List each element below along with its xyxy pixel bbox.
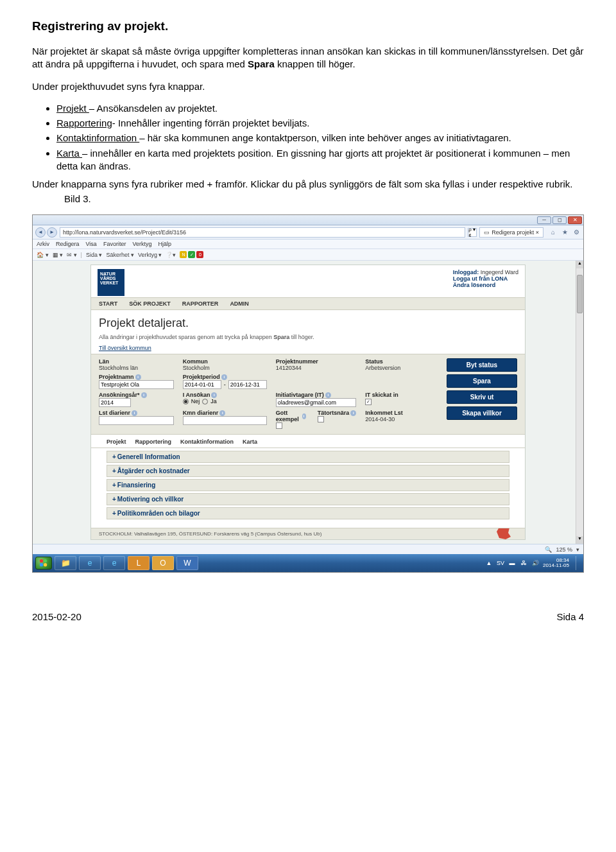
zoom-icon[interactable]: 🔍 [545,546,552,553]
project-detail-band: LänStockholms län KommunStockholm Projek… [91,354,525,435]
minimize-button[interactable]: ─ [537,216,551,224]
kmn-diarienr-input[interactable] [183,416,267,425]
norton-badge[interactable]: N✓0 [180,251,203,258]
skapa-villkor-button[interactable]: Skapa villkor [447,406,517,420]
app-page: NATUR VÅRDS VERKET Inloggad: Ingegerd Wa… [90,265,526,540]
help-icon[interactable]: ❔▾ [166,252,176,258]
logout-link[interactable]: Logga ut från LONA [453,275,518,282]
tools-menu[interactable]: Verktyg ▾ [138,252,162,258]
windows-taskbar: 📁 e e L O W ▲ SV ▬ 🖧 🔊 08:34 2014-11-05 [33,554,583,572]
nav-start[interactable]: START [99,300,117,307]
status-bar: 🔍 125 % ▾ [33,544,583,554]
period-end-input[interactable] [228,380,267,389]
footer-date: 2015-02-20 [32,611,81,622]
tab-kontaktinformation[interactable]: Kontaktinformation [180,439,234,448]
url-input[interactable]: http://lona.naturvardsverket.se/Project/… [60,227,465,238]
refresh-button[interactable]: ρ ▾ ¢ [468,228,477,237]
page-menu[interactable]: Sida ▾ [86,252,103,258]
acc-generell[interactable]: +Generell Information [107,451,509,463]
tray-up-icon[interactable]: ▲ [485,559,493,567]
taskbar-ie-icon-2[interactable]: e [103,556,125,570]
nav-sok-projekt[interactable]: SÖK PROJEKT [129,300,171,307]
safety-menu[interactable]: Säkerhet ▾ [106,252,134,258]
tray-lang[interactable]: SV [497,559,504,567]
taskbar-explorer-icon[interactable]: 📁 [55,556,76,570]
tab-projekt[interactable]: Projekt [107,439,126,448]
home-icon[interactable]: ⌂ [549,228,558,237]
mail-icon[interactable]: ✉ ▾ [67,252,77,258]
menu-arkiv[interactable]: Arkiv [37,241,49,247]
nav-admin[interactable]: ADMIN [230,300,249,307]
it-skickat-checkbox[interactable]: ✓ [365,399,372,405]
back-link[interactable]: Till översikt kommun [99,345,151,351]
acc-motivering[interactable]: +Motivering och villkor [107,493,509,505]
section-title: Projekt detaljerat. [99,317,517,330]
accordion: +Generell Information +Åtgärder och kost… [91,448,525,528]
start-button[interactable] [35,557,52,569]
taskbar-ie-icon[interactable]: e [79,556,101,570]
home-icon[interactable]: 🏠 ▾ [37,252,49,258]
menu-verktyg[interactable]: Verktyg [132,241,151,247]
taskbar-outlook-icon[interactable]: O [152,556,174,570]
spara-button[interactable]: Spara [447,374,517,388]
acc-politik[interactable]: +Politikområden och bilagor [107,507,509,519]
figure-caption: Bild 3. [32,193,584,204]
zoom-level[interactable]: 125 % [556,546,572,553]
menu-hjalp[interactable]: Hjälp [158,241,171,247]
login-info: Inloggad: Ingegerd Ward Logga ut från LO… [453,269,518,296]
browser-tab[interactable]: ▭ Redigera projekt × [479,227,543,238]
footer-page: Sida 4 [556,611,584,622]
close-button[interactable]: ✕ [568,216,582,224]
byt-status-button[interactable]: Byt status [447,358,517,372]
favorites-icon[interactable]: ★ [560,228,569,237]
sweden-map-icon [488,528,520,539]
tools-icon[interactable]: ⚙ [572,228,581,237]
projektnamn-input[interactable] [99,380,174,389]
browser-menu: Arkiv Redigera Visa Favoriter Verktyg Hj… [33,239,583,249]
menu-favoriter[interactable]: Favoriter [103,241,126,247]
feeds-icon[interactable]: ▦ ▾ [53,252,64,258]
acc-finansiering[interactable]: +Finansiering [107,479,509,491]
menu-redigera[interactable]: Redigera [56,241,80,247]
tab-karta[interactable]: Karta [243,439,257,448]
main-nav: START SÖK PROJEKT RAPPORTER ADMIN [91,297,525,310]
back-button[interactable]: ◄ [35,227,46,238]
tray-clock[interactable]: 08:34 2014-11-05 [543,558,569,568]
window-titlebar: ─ ◻ ✕ [33,215,583,225]
maximize-button[interactable]: ◻ [552,216,567,224]
period-start-input[interactable] [183,380,221,389]
tab-rapportering[interactable]: Rapportering [135,439,172,448]
lst-diarienr-input[interactable] [99,416,174,425]
initiativtagare-input[interactable] [276,398,357,407]
browser-window: ─ ◻ ✕ ◄ ► http://lona.naturvardsverket.s… [32,214,584,573]
vertical-scrollbar[interactable]: ▲ ▼ [576,261,583,544]
ansokningsar-input[interactable] [99,398,131,407]
taskbar-word-icon[interactable]: W [176,556,198,570]
menu-visa[interactable]: Visa [86,241,97,247]
intro-paragraph: När projektet är skapat så måste övriga … [32,45,584,71]
svg-point-1 [44,559,47,562]
tray-sound-icon[interactable]: 🔊 [531,559,539,567]
svg-point-2 [40,563,43,566]
side-buttons: Byt status Spara Skriv ut Skapa villkor [447,358,517,430]
show-desktop-button[interactable] [576,556,581,570]
change-password-link[interactable]: Ändra lösenord [453,282,518,288]
gott-exempel-checkbox[interactable] [276,422,282,429]
sub-paragraph: Under projekthuvudet syns fyra knappar. [32,80,584,93]
i-ansokan-ja-radio[interactable] [202,399,208,404]
section-subtitle: Alla ändringar i projekthuvudet sparas g… [99,334,517,340]
section-tabs: Projekt Rapportering Kontaktinformation … [91,435,525,448]
forward-button[interactable]: ► [47,227,57,238]
nav-rapporter[interactable]: RAPPORTER [182,300,219,307]
skriv-ut-button[interactable]: Skriv ut [447,390,517,404]
browser-toolbar: 🏠 ▾ ▦ ▾ ✉ ▾ | Sida ▾ Säkerhet ▾ Verktyg … [33,249,583,261]
tray-flag-icon[interactable]: ▬ [508,559,516,567]
tatortsnara-checkbox[interactable] [318,416,324,422]
naturvardsverket-logo: NATUR VÅRDS VERKET [98,269,124,296]
acc-atgarder[interactable]: +Åtgärder och kostnader [107,465,509,477]
taskbar-lync-icon[interactable]: L [128,556,150,570]
tray-network-icon[interactable]: 🖧 [520,559,527,567]
after-list-paragraph: Under knapparna syns fyra rubriker med +… [32,178,584,191]
svg-point-3 [44,563,47,566]
i-ansokan-nej-radio[interactable] [183,399,189,404]
